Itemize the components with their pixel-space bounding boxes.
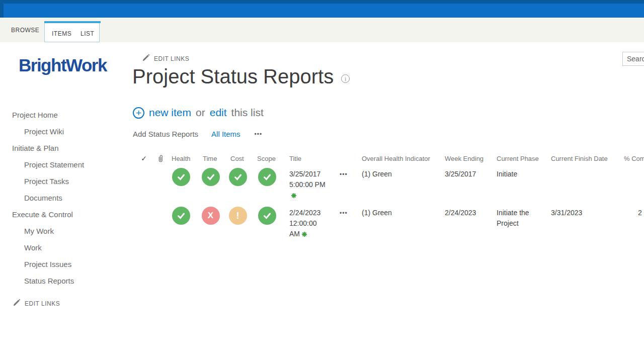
- time-status-icon: [197, 166, 224, 205]
- row-menu-ellipsis[interactable]: •••: [340, 205, 356, 243]
- cost-status-icon: !: [224, 205, 251, 243]
- tab-group-accent: [44, 21, 101, 23]
- week-ending-cell: 2/24/2023: [439, 205, 491, 243]
- sidebar-item-project-issues[interactable]: Project Issues: [0, 256, 128, 273]
- time-status-icon: X: [197, 205, 224, 243]
- week-ending-cell: 3/25/2017: [439, 166, 491, 205]
- edit-list-link[interactable]: edit: [210, 107, 227, 119]
- status-reports-table: ✓ Health Time Cost Scope Title Overall H…: [132, 151, 644, 243]
- health-status-icon: [166, 205, 197, 243]
- main-content: EDIT LINKS Project Status Reports i + ne…: [132, 42, 644, 362]
- col-header-current-finish-date[interactable]: Current Finish Date: [545, 151, 618, 166]
- row-select-cell[interactable]: [132, 166, 149, 205]
- col-header-overall-health[interactable]: Overall Health Indicator: [356, 151, 439, 166]
- page-edit-links-label: EDIT LINKS: [154, 55, 189, 62]
- table-row: 3/25/2017 5:00:00 PM ••• (1) Green 3/25/…: [132, 166, 644, 205]
- current-phase-cell: Initiate the Project: [491, 205, 545, 243]
- ribbon: BROWSE ITEMS LIST: [0, 18, 644, 42]
- new-item-burst-icon: [291, 191, 296, 201]
- row-attachment-cell: [149, 205, 166, 243]
- brightwork-logo[interactable]: BrightWork: [19, 55, 107, 75]
- sidebar-item-project-tasks[interactable]: Project Tasks: [0, 173, 128, 190]
- ribbon-tab-group: ITEMS LIST: [44, 21, 100, 42]
- view-bar: Add Status Reports All Items •••: [133, 130, 262, 138]
- title-cell[interactable]: 3/25/2017 5:00:00 PM: [283, 166, 340, 205]
- sidebar-item-project-statement[interactable]: Project Statement: [0, 156, 128, 173]
- sidebar-item-project-wiki[interactable]: Project Wiki: [0, 123, 128, 140]
- row-menu-ellipsis[interactable]: •••: [340, 166, 356, 205]
- sidebar-item-initiate-plan[interactable]: Initiate & Plan: [0, 140, 128, 156]
- table-header-row: ✓ Health Time Cost Scope Title Overall H…: [132, 151, 644, 166]
- row-select-cell[interactable]: [132, 205, 149, 243]
- scope-status-icon: [251, 166, 283, 205]
- health-status-icon: [166, 166, 197, 205]
- col-header-title[interactable]: Title: [283, 151, 340, 166]
- or-text: or: [196, 107, 205, 119]
- col-header-week-ending[interactable]: Week Ending: [439, 151, 491, 166]
- table-row: X ! 2/24/2023 12:00:00 AM ••• (1) Green …: [132, 205, 644, 243]
- sidebar-item-status-reports[interactable]: Status Reports: [0, 273, 128, 289]
- col-header-pct-complete[interactable]: % Comp: [618, 151, 644, 166]
- view-more-ellipsis[interactable]: •••: [255, 131, 263, 138]
- current-finish-date-cell: 3/31/2023: [545, 205, 618, 243]
- col-header-scope[interactable]: Scope: [251, 151, 283, 166]
- plus-circle-icon[interactable]: +: [133, 107, 144, 119]
- select-all-checkmark-icon[interactable]: ✓: [132, 151, 149, 166]
- sidebar-edit-links[interactable]: EDIT LINKS: [13, 299, 60, 308]
- pencil-icon: [142, 54, 149, 63]
- this-list-text: this list: [231, 107, 264, 119]
- suite-bar-top-edge: [0, 0, 644, 4]
- sidebar-item-work[interactable]: Work: [0, 239, 128, 256]
- page-title: Project Status Reports: [132, 65, 334, 88]
- all-items-view-link[interactable]: All Items: [211, 130, 240, 138]
- cost-status-icon: [224, 166, 251, 205]
- col-header-current-phase[interactable]: Current Phase: [491, 151, 545, 166]
- paperclip-icon: [149, 151, 166, 166]
- col-header-cost[interactable]: Cost: [224, 151, 251, 166]
- tab-items[interactable]: ITEMS: [52, 30, 71, 37]
- col-header-time[interactable]: Time: [197, 151, 224, 166]
- sidebar-item-project-home[interactable]: Project Home: [0, 107, 128, 123]
- col-header-health[interactable]: Health: [166, 151, 197, 166]
- suite-bar-left-edge: [0, 0, 4, 18]
- pencil-icon: [13, 299, 20, 308]
- row-attachment-cell: [149, 166, 166, 205]
- col-header-menu-spacer: [340, 151, 356, 166]
- sidebar-item-my-work[interactable]: My Work: [0, 223, 128, 239]
- new-item-burst-icon: [302, 229, 307, 240]
- tab-browse[interactable]: BROWSE: [11, 27, 39, 34]
- info-icon[interactable]: i: [341, 74, 350, 83]
- current-finish-date-cell: [545, 166, 618, 205]
- current-phase-cell: Initiate: [491, 166, 545, 205]
- sidebar: BrightWork Project Home Project Wiki Ini…: [0, 42, 128, 362]
- new-item-row: + new item or edit this list: [133, 107, 264, 119]
- scope-status-icon: [251, 205, 283, 243]
- overall-health-cell: (1) Green: [356, 205, 439, 243]
- sidebar-nav: Project Home Project Wiki Initiate & Pla…: [0, 107, 128, 289]
- tab-list[interactable]: LIST: [80, 30, 94, 37]
- page-edit-links[interactable]: EDIT LINKS: [142, 54, 189, 63]
- sidebar-edit-links-label: EDIT LINKS: [25, 300, 60, 307]
- title-cell[interactable]: 2/24/2023 12:00:00 AM: [283, 205, 340, 243]
- add-status-reports-tab[interactable]: Add Status Reports: [133, 130, 198, 138]
- pct-complete-cell: 2: [618, 205, 644, 243]
- sidebar-item-execute-control[interactable]: Execute & Control: [0, 206, 128, 223]
- pct-complete-cell: [618, 166, 644, 205]
- sidebar-item-documents[interactable]: Documents: [0, 190, 128, 206]
- new-item-link[interactable]: new item: [149, 107, 191, 119]
- overall-health-cell: (1) Green: [356, 166, 439, 205]
